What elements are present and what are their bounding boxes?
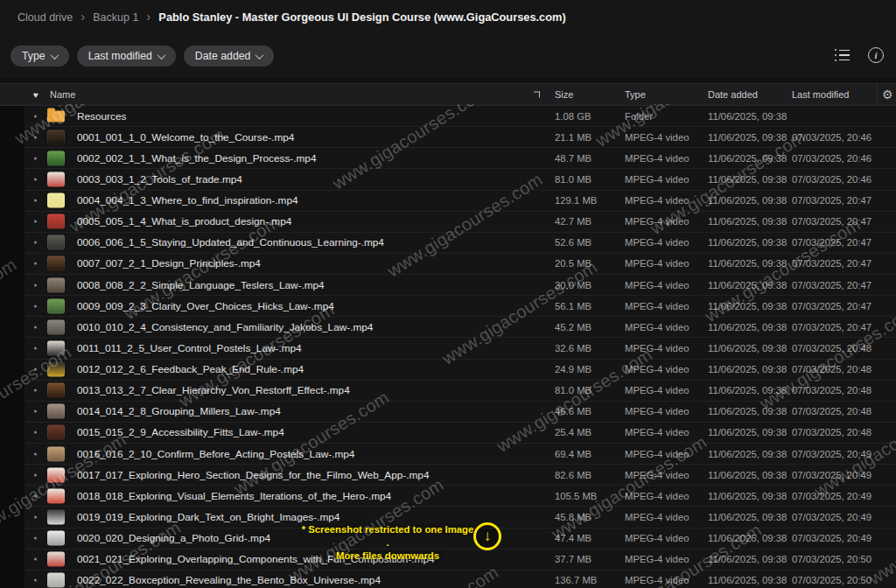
file-date-added: 11/06/2025, 09:38 xyxy=(708,301,787,312)
chevron-down-icon xyxy=(50,51,59,60)
file-last-modified: 07/03/2025, 20:49 xyxy=(792,512,872,522)
file-type: MPEG-4 video xyxy=(625,216,689,227)
file-date-added: 11/06/2025, 09:38 xyxy=(708,470,787,480)
file-size: 56.1 MB xyxy=(555,301,592,312)
table-row[interactable]: 0009_009_2_3_Clarity_Over_Choices_Hicks_… xyxy=(0,296,896,317)
file-last-modified: 07/03/2025, 20:48 xyxy=(792,406,872,416)
table-row[interactable]: 0016_016_2_10_Confirm_Before_Acting_Post… xyxy=(0,444,896,465)
file-date-added: 11/06/2025, 09:38 xyxy=(708,216,787,227)
file-last-modified: 07/03/2025, 20:49 xyxy=(792,491,872,501)
table-row[interactable]: 0015_015_2_9_Accessibility_Fitts_Law-.mp… xyxy=(0,423,896,444)
folder-icon xyxy=(47,110,65,122)
file-type: MPEG-4 video xyxy=(625,174,689,185)
table-row[interactable]: 0022_022_Boxception_Revealing_the_Bento_… xyxy=(0,570,896,588)
file-size: 1.08 GB xyxy=(555,111,591,122)
breadcrumb-item[interactable]: Backup 1 xyxy=(93,11,138,24)
file-last-modified: 07/03/2025, 20:47 xyxy=(792,237,872,248)
file-type: MPEG-4 video xyxy=(625,406,689,416)
filter-date-added-button[interactable]: Date added xyxy=(184,46,275,66)
video-thumbnail xyxy=(47,319,65,334)
table-row[interactable]: 0007_007_2_1_Design_Principles-.mp420.5 … xyxy=(0,254,896,275)
file-name: 0022_022_Boxception_Revealing_the_Bento_… xyxy=(77,574,381,586)
video-thumbnail xyxy=(47,425,65,440)
table-row[interactable]: Resources1.08 GBFolder11/06/2025, 09:38 xyxy=(0,106,896,127)
table-row[interactable]: 0018_018_Exploring_Visual_Elements_Itera… xyxy=(0,486,896,507)
file-last-modified: 07/03/2025, 20:47 xyxy=(792,195,872,206)
breadcrumb-item[interactable]: Cloud drive xyxy=(18,11,73,24)
gear-icon[interactable]: ⚙ xyxy=(882,88,893,102)
file-last-modified: 07/03/2025, 20:50 xyxy=(792,575,872,585)
file-date-added: 11/06/2025, 09:38 xyxy=(708,385,787,396)
table-row[interactable]: 0013_013_2_7_Clear_Hierarchy_Von_Restorf… xyxy=(0,381,896,402)
filter-type-button[interactable]: Type xyxy=(10,46,69,66)
row-bullet-icon xyxy=(34,136,37,138)
file-size: 21.1 MB xyxy=(555,132,592,143)
file-type: MPEG-4 video xyxy=(625,153,689,164)
column-header-last-modified[interactable]: Last modified xyxy=(792,89,849,100)
row-bullet-icon xyxy=(34,115,37,117)
column-header-date-added[interactable]: Date added xyxy=(708,89,758,100)
file-last-modified: 07/03/2025, 20:47 xyxy=(792,301,872,312)
file-type: MPEG-4 video xyxy=(625,385,689,396)
table-row[interactable]: 0014_014_2_8_Grouping_Millers_Law-.mp446… xyxy=(0,402,896,423)
favorite-heart-icon[interactable]: ♥ xyxy=(33,90,38,100)
table-row[interactable]: 0004_004_1_3_Where_to_find_inspiration-.… xyxy=(0,191,896,212)
file-date-added: 11/06/2025, 09:38 xyxy=(708,174,787,185)
table-row[interactable]: 0001_001_1_0_Welcome_to_the_Course-.mp42… xyxy=(0,127,896,148)
table-row[interactable]: 0003_003_1_2_Tools_of_trade.mp481.0 MBMP… xyxy=(0,169,896,190)
row-bullet-icon xyxy=(34,284,37,286)
file-type: MPEG-4 video xyxy=(625,575,689,585)
file-size: 25.4 MB xyxy=(555,427,592,438)
table-row[interactable]: 0008_008_2_2_Simple_Language_Teslers_Law… xyxy=(0,275,896,296)
row-bullet-icon xyxy=(34,389,37,392)
sort-ascending-icon[interactable] xyxy=(534,92,540,98)
file-last-modified: 07/03/2025, 20:47 xyxy=(792,280,872,290)
file-date-added: 11/06/2025, 09:38 xyxy=(708,322,787,332)
file-size: 45.2 MB xyxy=(555,322,592,332)
table-row[interactable]: 0011_011_2_5_User_Control_Postels_Law-.m… xyxy=(0,338,896,359)
table-row[interactable]: 0006_006_1_5_Staying_Updated_and_Continu… xyxy=(0,233,896,254)
file-type: MPEG-4 video xyxy=(625,301,689,312)
breadcrumb: Cloud drive › Backup 1 › Pablo Stanley -… xyxy=(18,10,566,24)
file-type: MPEG-4 video xyxy=(625,449,689,459)
file-type: MPEG-4 video xyxy=(625,470,689,480)
file-size: 81.0 MB xyxy=(555,174,592,185)
table-row[interactable]: 0017_017_Exploring_Hero_Section_Designs_… xyxy=(0,465,896,486)
file-size: 24.9 MB xyxy=(555,364,592,374)
column-header-size[interactable]: Size xyxy=(555,89,573,100)
video-thumbnail xyxy=(47,130,65,144)
video-thumbnail xyxy=(47,509,65,524)
info-icon[interactable]: i xyxy=(868,47,884,63)
annotation-note: * Screenshot restricted to one Image . M… xyxy=(300,523,475,563)
row-bullet-icon xyxy=(34,537,37,540)
column-header-type[interactable]: Type xyxy=(625,89,646,100)
chevron-down-icon xyxy=(157,51,165,60)
column-header-name[interactable]: Name xyxy=(50,89,75,100)
row-bullet-icon xyxy=(34,304,37,307)
video-thumbnail xyxy=(47,235,65,250)
row-bullet-icon xyxy=(34,579,37,582)
video-thumbnail xyxy=(47,298,65,313)
file-date-added: 11/06/2025, 09:38 xyxy=(708,491,787,501)
breadcrumb-current-folder: Pablo Stanley - Master Gorgeous UI Desig… xyxy=(158,10,565,24)
table-row[interactable]: 0002_002_1_1_What_is_the_Design_Process-… xyxy=(0,148,896,169)
list-view-icon[interactable] xyxy=(835,49,850,61)
video-thumbnail xyxy=(47,256,65,271)
annotation-line1: * Screenshot restricted to one Image . xyxy=(300,523,475,550)
file-type: MPEG-4 video xyxy=(625,237,689,248)
file-name: 0017_017_Exploring_Hero_Section_Designs_… xyxy=(77,469,429,481)
filter-last-modified-button[interactable]: Last modified xyxy=(77,46,176,66)
table-row[interactable]: 0012_012_2_6_Feedback_Peak_End_Rule-.mp4… xyxy=(0,360,896,381)
video-thumbnail xyxy=(47,488,65,503)
row-bullet-icon xyxy=(34,326,37,328)
table-row[interactable]: 0010_010_2_4_Consistency_and_Familiarity… xyxy=(0,317,896,338)
file-size: 32.6 MB xyxy=(555,343,592,354)
file-last-modified: 07/03/2025, 20:48 xyxy=(792,364,872,374)
file-last-modified: 07/03/2025, 20:47 xyxy=(792,216,872,227)
video-thumbnail xyxy=(47,340,65,355)
file-date-added: 11/06/2025, 09:38 xyxy=(708,195,787,206)
file-type: MPEG-4 video xyxy=(625,427,689,438)
table-row[interactable]: 0005_005_1_4_What_is_product_design-.mp4… xyxy=(0,212,896,233)
file-name: 0002_002_1_1_What_is_the_Design_Process-… xyxy=(77,152,316,164)
file-date-added: 11/06/2025, 09:38 xyxy=(708,575,787,585)
